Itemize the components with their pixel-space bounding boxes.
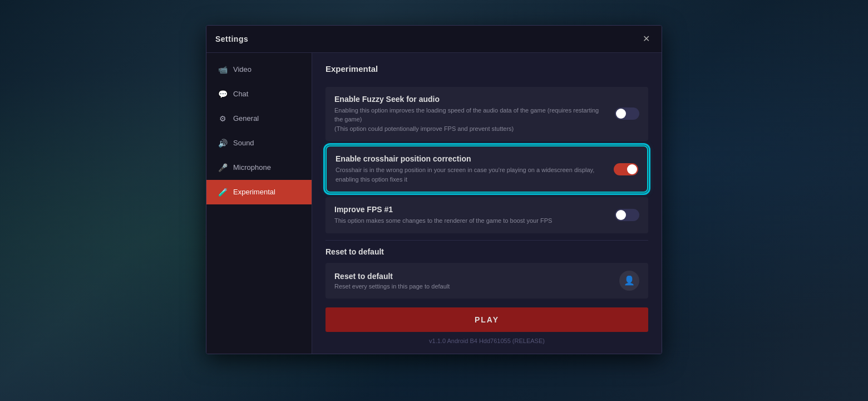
reset-row: Reset to default Reset every settings in… <box>326 263 648 299</box>
setting-label-improve-fps: Improve FPS #1 <box>334 205 606 214</box>
divider <box>326 240 648 241</box>
setting-row-fuzzy-seek: Enable Fuzzy Seek for audio Enabling thi… <box>326 87 648 141</box>
setting-desc-fuzzy-seek: Enabling this option improves the loadin… <box>334 106 606 134</box>
user-icon: 👤 <box>619 271 639 291</box>
toggle-fuzzy-seek[interactable] <box>615 107 639 120</box>
gear-icon: ⚙ <box>218 114 228 123</box>
toggle-improve-fps[interactable] <box>615 209 639 221</box>
setting-label-crosshair: Enable crosshair position correction <box>336 154 605 163</box>
reset-label: Reset to default <box>334 272 619 281</box>
sidebar-item-sound[interactable]: 🔊 Sound <box>206 131 312 155</box>
overlay: Settings ✕ 📹 Video 💬 Chat ⚙ General <box>0 0 868 401</box>
sidebar: 📹 Video 💬 Chat ⚙ General 🔊 Sound 🎤 <box>206 53 312 354</box>
close-button[interactable]: ✕ <box>639 32 653 46</box>
setting-label-fuzzy-seek: Enable Fuzzy Seek for audio <box>334 95 606 104</box>
play-button[interactable]: PLAY <box>326 307 648 332</box>
sidebar-item-chat[interactable]: 💬 Chat <box>206 82 312 106</box>
sidebar-item-label: Microphone <box>233 163 271 172</box>
sidebar-item-label: Video <box>233 65 251 74</box>
version-text: v1.1.0 Android B4 Hdd761055 (RELEASE) <box>326 338 648 344</box>
reset-section-title: Reset to default <box>326 247 648 256</box>
microphone-icon: 🎤 <box>218 163 228 172</box>
dialog-body: 📹 Video 💬 Chat ⚙ General 🔊 Sound 🎤 <box>206 53 662 354</box>
sidebar-item-general[interactable]: ⚙ General <box>206 106 312 131</box>
sidebar-item-label: General <box>233 114 259 123</box>
experimental-icon: 🧪 <box>218 188 228 197</box>
sidebar-item-label: Sound <box>233 139 254 147</box>
reset-desc: Reset every settings in this page to def… <box>334 283 619 290</box>
sidebar-item-microphone[interactable]: 🎤 Microphone <box>206 155 312 180</box>
dialog-title: Settings <box>215 35 248 43</box>
setting-row-improve-fps: Improve FPS #1 This option makes some ch… <box>326 197 648 233</box>
setting-info-crosshair: Enable crosshair position correction Cro… <box>336 154 605 184</box>
sidebar-item-label: Chat <box>233 90 248 98</box>
sidebar-item-video[interactable]: 📹 Video <box>206 57 312 82</box>
main-content: Experimental Enable Fuzzy Seek for audio… <box>312 53 662 354</box>
section-title: Experimental <box>326 64 648 78</box>
setting-desc-crosshair: Crosshair is in the wrong position in yo… <box>336 165 605 184</box>
chat-icon: 💬 <box>218 90 228 99</box>
sound-icon: 🔊 <box>218 139 228 148</box>
settings-dialog: Settings ✕ 📹 Video 💬 Chat ⚙ General <box>206 25 662 354</box>
dialog-titlebar: Settings ✕ <box>206 26 662 53</box>
sidebar-item-experimental[interactable]: 🧪 Experimental <box>206 180 312 204</box>
setting-info-improve-fps: Improve FPS #1 This option makes some ch… <box>334 205 606 226</box>
setting-info-fuzzy-seek: Enable Fuzzy Seek for audio Enabling thi… <box>334 95 606 134</box>
toggle-crosshair[interactable] <box>614 163 638 175</box>
setting-desc-improve-fps: This option makes some changes to the re… <box>334 216 606 226</box>
reset-info: Reset to default Reset every settings in… <box>334 272 619 290</box>
setting-row-crosshair: Enable crosshair position correction Cro… <box>326 145 648 193</box>
video-icon: 📹 <box>218 65 228 74</box>
sidebar-item-label: Experimental <box>233 188 275 196</box>
